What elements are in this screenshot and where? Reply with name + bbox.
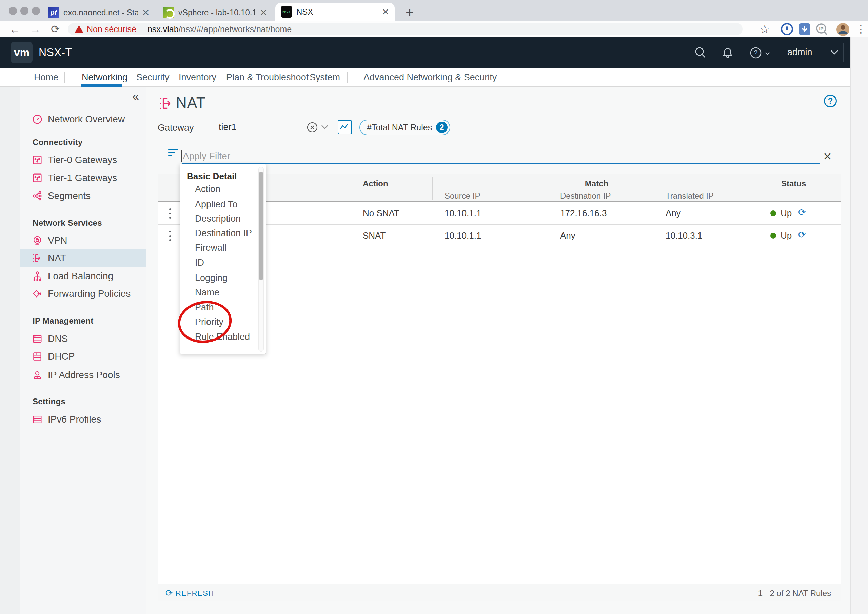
browser-menu-icon[interactable]: ⋮ — [856, 22, 866, 36]
password-extension-icon[interactable] — [781, 23, 793, 36]
filter-icon — [168, 149, 179, 158]
tab-close-icon[interactable]: ✕ — [142, 8, 149, 17]
notifications-bell-icon[interactable] — [721, 46, 734, 60]
col-status: Status — [781, 179, 806, 188]
nav-networking[interactable]: Networking — [82, 72, 127, 83]
tier0-gateway-icon — [31, 154, 43, 166]
traffic-light-zoom[interactable] — [32, 7, 40, 15]
reload-icon[interactable]: ⟳ — [51, 22, 60, 36]
product-name: NSX-T — [39, 46, 72, 59]
nav-inventory[interactable]: Inventory — [179, 72, 216, 83]
sidebar-item-tier1-gateways[interactable]: Tier-1 Gateways — [20, 169, 146, 187]
traffic-light-close[interactable] — [9, 7, 17, 15]
dropdown-item-destination-ip[interactable]: Destination IP — [195, 228, 252, 239]
nav-advanced[interactable]: Advanced Networking & Security — [363, 72, 497, 83]
traffic-light-minimize[interactable] — [20, 7, 28, 15]
tab-close-icon[interactable]: ✕ — [260, 8, 267, 17]
sidebar-item-load-balancing[interactable]: Load Balancing — [20, 267, 146, 285]
dropdown-item-id[interactable]: ID — [195, 257, 204, 268]
dropdown-item-path[interactable]: Path — [195, 302, 214, 313]
stats-chart-button[interactable] — [338, 120, 352, 134]
clear-gateway-icon[interactable] — [306, 121, 318, 133]
back-icon[interactable]: ← — [9, 22, 20, 36]
address-bar[interactable]: Non sécurisé nsx.vlab/nsx/#/app/networks… — [68, 23, 742, 35]
scrollbar-gutter[interactable] — [850, 37, 868, 614]
gateway-chevron-icon[interactable] — [321, 124, 329, 130]
sidebar-item-dns[interactable]: DNS — [20, 330, 146, 348]
bookmark-star-icon[interactable]: ☆ — [759, 22, 770, 36]
sidebar-item-label: Tier-0 Gateways — [48, 155, 117, 165]
divider — [20, 105, 146, 105]
gateway-select[interactable]: tier1 — [203, 119, 328, 135]
sidebar-item-segments[interactable]: Segments — [20, 187, 146, 205]
dropdown-group-header: Basic Detail — [187, 171, 237, 181]
sidebar-section-settings: Settings — [33, 397, 65, 406]
sidebar-item-label: Segments — [48, 191, 90, 201]
dropdown-scrollbar[interactable] — [258, 167, 264, 352]
row-menu-icon[interactable] — [165, 207, 175, 220]
dhcp-server-icon — [31, 351, 43, 362]
apply-filter-input[interactable] — [182, 149, 419, 163]
dropdown-item-rule-enabled[interactable]: Rule Enabled — [195, 332, 250, 342]
sidebar-item-label: DNS — [48, 333, 68, 344]
sidebar-item-dhcp[interactable]: DHCP — [20, 348, 146, 365]
dropdown-item-description[interactable]: Description — [195, 214, 241, 224]
dropdown-item-name[interactable]: Name — [195, 287, 219, 298]
col-action: Action — [363, 179, 388, 188]
browser-avatar[interactable] — [836, 23, 850, 36]
nav-separator — [64, 72, 65, 83]
user-menu-chevron-icon[interactable] — [830, 50, 839, 55]
help-menu-icon[interactable]: ? — [749, 46, 770, 60]
browser-tab-2[interactable]: vSphere - lab-10.10.1.1 - Summar ✕ — [157, 4, 273, 21]
security-warning-icon — [75, 25, 84, 33]
tab-close-icon[interactable]: ✕ — [382, 8, 389, 16]
new-tab-button[interactable]: + — [405, 5, 414, 21]
sidebar-item-nat[interactable]: NAT — [20, 250, 146, 267]
row-menu-icon[interactable] — [165, 229, 175, 242]
user-menu[interactable]: admin — [787, 47, 812, 57]
row-refresh-icon[interactable]: ⟳ — [798, 229, 806, 240]
row-refresh-icon[interactable]: ⟳ — [798, 207, 806, 218]
dropdown-item-logging[interactable]: Logging — [195, 273, 228, 283]
vmware-logo: vm — [11, 42, 33, 64]
sidebar-collapse-icon[interactable]: « — [132, 90, 139, 104]
security-warning-text[interactable]: Non sécurisé — [87, 25, 136, 34]
cell-destination-ip: Any — [560, 230, 575, 241]
forward-icon[interactable]: → — [30, 22, 41, 36]
sidebar-item-ip-address-pools[interactable]: IP Address Pools — [20, 366, 146, 384]
sidebar-item-network-overview[interactable]: Network Overview — [20, 110, 146, 128]
browser-tab-active-nsx[interactable]: NSX NSX ✕ — [275, 3, 395, 21]
scrollbar-thumb[interactable] — [259, 172, 263, 280]
sidebar-item-vpn[interactable]: VPN — [20, 232, 146, 250]
sidebar-item-forwarding-policies[interactable]: Forwarding Policies — [20, 285, 146, 302]
match-group-underline — [432, 189, 761, 189]
sidebar-item-ipv6-profiles[interactable]: IPv6 Profiles — [20, 411, 146, 428]
gateway-value: tier1 — [219, 122, 237, 132]
browser-tab-1[interactable]: pf exo.naoned.net - Status: Dashbo ✕ — [42, 4, 155, 21]
pfsense-favicon: pf — [48, 7, 59, 18]
page-help-icon[interactable]: ? — [824, 95, 837, 107]
total-nat-rules-chip[interactable]: #Total NAT Rules 2 — [359, 119, 450, 135]
sidebar-section-ip-management: IP Management — [33, 316, 93, 326]
nav-security[interactable]: Security — [136, 72, 169, 83]
cell-translated-ip: 10.10.3.1 — [666, 230, 702, 241]
filter-suggestions-dropdown: Basic Detail Action Applied To Descripti… — [180, 164, 266, 354]
dropdown-item-action[interactable]: Action — [195, 184, 220, 194]
tab-title: NSX — [297, 7, 378, 17]
download-extension-icon[interactable] — [798, 23, 811, 36]
sidebar-item-tier0-gateways[interactable]: Tier-0 Gateways — [20, 151, 146, 169]
nav-plan-troubleshoot[interactable]: Plan & Troubleshoot — [226, 72, 309, 83]
search-icon[interactable] — [694, 46, 707, 60]
dropdown-item-applied-to[interactable]: Applied To — [195, 199, 238, 210]
nav-system[interactable]: System — [309, 72, 340, 83]
refresh-button[interactable]: ⟳ REFRESH — [165, 588, 214, 598]
divider — [20, 308, 146, 308]
dropdown-item-priority[interactable]: Priority — [195, 317, 224, 327]
screen: pf exo.naoned.net - Status: Dashbo ✕ vSp… — [0, 0, 868, 614]
filter-close-icon[interactable]: ✕ — [823, 151, 832, 162]
tab-separator — [156, 7, 156, 18]
nav-home[interactable]: Home — [34, 72, 58, 83]
tab-title: exo.naoned.net - Status: Dashbo — [64, 8, 138, 17]
ip-lookup-extension-icon[interactable]: IP — [815, 23, 829, 36]
dropdown-item-firewall[interactable]: Firewall — [195, 243, 227, 253]
